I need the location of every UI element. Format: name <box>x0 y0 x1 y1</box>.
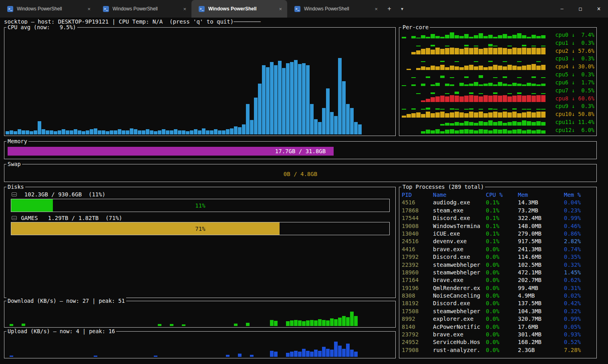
cell-ppct: 0.62% <box>564 276 595 284</box>
chart-bar <box>342 316 346 326</box>
process-row: 18192Discord.exe0.0%137.5MB0.42% <box>402 300 595 307</box>
cell-pmem: 14.3MB <box>518 199 564 206</box>
spark-bar <box>507 96 512 102</box>
top-processes-panel-title: Top Processes (289 total) <box>401 184 485 190</box>
cell-pmem: 73.2MB <box>518 207 564 214</box>
column-name: Name <box>433 191 486 199</box>
cell-pcpu: 0.0% <box>486 276 518 284</box>
cell-pmem: 202.7MB <box>518 276 564 284</box>
tab-powershell-2[interactable]: >_ Windows PowerShell × <box>96 0 191 18</box>
spark-bar <box>536 109 541 110</box>
tab-powershell-3-active[interactable]: >_ Windows PowerShell × <box>191 0 287 18</box>
minimize-button[interactable]: — <box>553 0 571 18</box>
chart-bar <box>182 324 185 326</box>
spark-bar <box>536 36 541 38</box>
cell-pcpu: 0.0% <box>486 300 518 307</box>
cell-ppct: 0.23% <box>564 207 595 214</box>
spark-bar <box>512 121 517 126</box>
spark-bar <box>527 121 531 126</box>
chart-bar <box>354 122 358 134</box>
per-core-sparklines: cpu0 ↓ 7.4%cpu1 ↓ 0.3%cpu2 ↓ 57.6%cpu3 ↓… <box>402 31 594 134</box>
chart-bar <box>294 320 298 326</box>
cell-ppct: 0.86% <box>564 230 595 238</box>
spark-bar <box>440 96 445 102</box>
chart-bar <box>318 351 322 357</box>
spark-bar <box>435 108 440 110</box>
spark-bar <box>522 84 526 86</box>
spark-bar <box>416 38 421 38</box>
new-tab-button[interactable]: + <box>383 0 396 18</box>
chart-bar <box>110 130 113 134</box>
cell-pcpu: 0.1% <box>486 238 518 245</box>
tab-powershell-1[interactable]: >_ Windows PowerShell × <box>0 0 96 18</box>
close-button[interactable]: × <box>590 0 608 18</box>
spark-bar <box>435 48 440 54</box>
maximize-button[interactable]: □ <box>571 0 590 18</box>
cell-pmem: 114.6MB <box>518 253 564 261</box>
spark-bar <box>512 130 517 134</box>
upload-panel: Upload (KB/s) — now: 4 | peak: 16 <box>4 331 396 358</box>
cell-pid: 17544 <box>402 214 433 222</box>
cell-ppct: 0.02% <box>564 292 595 300</box>
spark-bar <box>507 130 512 134</box>
cell-pmem: 137.5MB <box>518 300 564 307</box>
cell-pname: explorer.exe <box>433 315 486 323</box>
spark-bar <box>517 95 521 102</box>
cell-ppct: 0.32% <box>564 261 595 269</box>
cell-ppct: 0.74% <box>564 246 595 253</box>
chart-bar <box>358 124 362 135</box>
download-panel: Download (KB/s) — now: 27 | peak: 51 <box>4 301 396 328</box>
spark-bar <box>483 36 488 38</box>
core-sparkline <box>402 102 550 110</box>
cell-pmem: 241.3MB <box>518 246 564 253</box>
chart-bar <box>334 319 338 326</box>
chart-bar <box>22 130 25 134</box>
spark-bar <box>440 49 445 54</box>
tab-close-icon[interactable]: × <box>372 6 380 12</box>
swap-gauge: 0B / 4.8GB <box>8 170 593 178</box>
spark-bar <box>541 48 546 54</box>
spark-bar <box>498 130 502 134</box>
cpu-avg-panel-title: CPU avg (now: 9.5%) <box>6 24 77 30</box>
spark-bar <box>474 61 478 62</box>
spark-bar <box>503 61 507 62</box>
spark-bar <box>498 96 502 102</box>
core-sparkline <box>402 62 550 70</box>
spark-bar <box>488 96 493 102</box>
cell-pcpu: 0.0% <box>486 246 518 253</box>
chart-bar <box>82 131 85 134</box>
spark-bar <box>517 92 521 94</box>
chart-bar <box>314 350 318 357</box>
spark-bar <box>479 33 483 38</box>
spark-bar <box>507 112 512 118</box>
tab-close-icon[interactable]: × <box>181 6 188 12</box>
spark-bar <box>469 37 473 38</box>
tab-powershell-4[interactable]: >_ Windows PowerShell × <box>287 0 383 18</box>
chart-bar <box>46 130 49 134</box>
chart-bar <box>18 129 21 134</box>
chart-bar <box>62 129 65 134</box>
spark-bar <box>517 122 521 126</box>
chart-bar <box>118 129 121 134</box>
chart-bar <box>342 349 346 357</box>
cell-pcpu: 0.1% <box>486 214 518 222</box>
spark-bar <box>435 129 440 134</box>
cell-ppct: 0.99% <box>564 214 595 222</box>
chart-bar <box>270 351 274 357</box>
tab-dropdown-button[interactable]: ▾ <box>396 0 409 18</box>
chart-bar <box>150 130 153 134</box>
spark-bar <box>431 50 435 54</box>
spark-bar <box>503 84 507 86</box>
disk-icon <box>12 192 17 196</box>
cell-pname: steamwebhelper <box>433 261 486 269</box>
spark-bar <box>512 48 517 54</box>
spark-bar <box>517 33 521 38</box>
spark-bar <box>531 64 536 70</box>
spark-bar <box>522 66 526 70</box>
tab-close-icon[interactable]: × <box>85 6 93 12</box>
spark-bar <box>488 48 493 54</box>
spark-bar <box>488 61 493 62</box>
tab-close-icon[interactable]: × <box>277 6 284 12</box>
process-rows: 4516audiodg.exe0.1%14.3MB0.04%17868steam… <box>402 199 595 354</box>
core-row: cpu3 ↓ 0.3% <box>402 54 594 62</box>
